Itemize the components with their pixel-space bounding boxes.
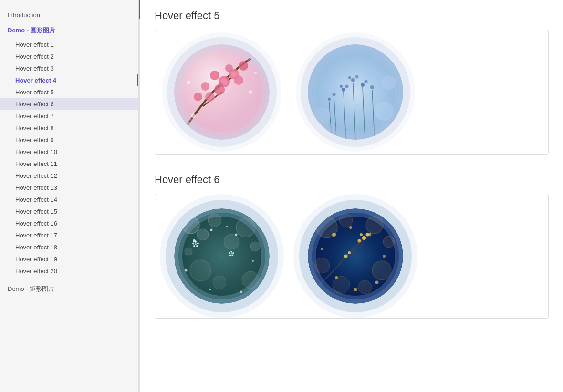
svg-point-100 [358,239,361,243]
svg-point-3 [221,78,228,85]
svg-point-8 [239,61,248,71]
svg-point-95 [354,288,357,291]
svg-point-63 [209,289,211,290]
svg-point-56 [213,276,226,289]
svg-point-48 [197,229,209,240]
svg-point-93 [375,281,379,284]
demo-box-effect5 [155,30,549,155]
svg-point-97 [362,236,366,240]
sidebar-group1[interactable]: Demo - 圆形图片 [0,22,138,39]
svg-point-59 [226,226,228,227]
svg-point-85 [372,261,391,280]
sidebar-item-effect15[interactable]: Hover effect 15 [0,206,138,217]
svg-point-39 [328,98,331,101]
sidebar-item-effect16[interactable]: Hover effect 16 [0,217,138,229]
svg-point-10 [225,64,233,72]
svg-point-37 [333,93,336,96]
sidebar-item-effect10[interactable]: Hover effect 10 [0,146,138,158]
svg-point-33 [355,75,359,79]
sidebar-item-effect20[interactable]: Hover effect 20 [0,265,138,277]
svg-point-76 [231,253,232,255]
svg-point-17 [254,72,257,74]
sidebar-item-effect19[interactable]: Hover effect 19 [0,253,138,265]
sidebar-item-effect5[interactable]: Hover effect 5 [0,86,138,98]
svg-point-54 [190,260,211,281]
svg-point-18 [187,81,190,84]
sidebar-group2[interactable]: Demo - 矩形图片 [0,281,138,297]
svg-point-96 [321,248,323,250]
svg-point-89 [332,233,336,237]
svg-point-102 [348,251,351,254]
sidebar-item-effect17[interactable]: Hover effect 17 [0,229,138,241]
circle-cherry-blossom[interactable] [174,44,270,140]
circle-blue-flowers[interactable] [308,44,403,140]
sidebar-item-effect2[interactable]: Hover effect 2 [0,51,138,62]
svg-point-36 [365,80,368,83]
sidebar-item-effect3[interactable]: Hover effect 3 [0,62,138,74]
svg-point-68 [193,245,195,247]
svg-point-16 [249,90,252,94]
demo-box-effect6 [155,194,549,319]
svg-point-29 [342,88,345,92]
svg-point-60 [235,234,238,236]
sidebar-item-effect11[interactable]: Hover effect 11 [0,158,138,170]
svg-point-92 [383,255,386,258]
sidebar-item-effect13[interactable]: Hover effect 13 [0,182,138,194]
svg-point-30 [345,85,349,88]
svg-point-12 [234,75,243,85]
svg-point-90 [349,226,352,229]
svg-point-15 [191,113,196,118]
svg-point-99 [360,233,363,236]
svg-point-32 [351,78,355,82]
sidebar-divider [138,0,140,392]
svg-point-5 [212,72,218,78]
svg-point-73 [232,254,234,256]
svg-point-101 [344,255,348,258]
svg-point-65 [195,241,197,243]
svg-point-75 [229,252,230,254]
svg-point-13 [194,93,202,101]
svg-point-51 [250,242,260,251]
active-marker [139,0,140,19]
sidebar-introduction[interactable]: Introduction [0,8,138,22]
sidebar-item-effect9[interactable]: Hover effect 9 [0,134,138,146]
sidebar: Introduction Demo - 圆形图片 Hover effect 1 … [0,0,138,392]
section1-title: Hover effect 5 [155,10,549,22]
sidebar-item-effect6[interactable]: Hover effect 6 [0,98,138,110]
svg-point-94 [335,276,338,279]
svg-point-53 [224,234,239,249]
svg-point-98 [366,233,369,237]
sidebar-item-effect8[interactable]: Hover effect 8 [0,122,138,134]
sidebar-item-effect14[interactable]: Hover effect 14 [0,194,138,206]
svg-point-31 [340,85,343,88]
svg-point-66 [197,242,199,244]
svg-point-35 [361,83,365,87]
svg-point-11 [214,84,225,95]
svg-point-38 [370,85,374,89]
svg-point-67 [196,245,198,247]
svg-point-69 [192,242,194,244]
svg-point-9 [201,82,209,91]
svg-point-14 [205,92,215,102]
section2-title: Hover effect 6 [155,174,549,186]
svg-point-88 [358,280,372,294]
svg-point-7 [231,71,237,77]
main-content: Hover effect 5 [140,0,563,392]
svg-point-70 [195,243,197,245]
svg-point-71 [230,251,232,253]
sidebar-item-effect4[interactable]: Hover effect 4 [0,74,138,86]
svg-point-58 [210,229,213,231]
svg-point-52 [185,248,192,255]
svg-point-61 [252,260,254,262]
circle-teal-bokeh[interactable] [174,208,270,304]
sidebar-item-effect1[interactable]: Hover effect 1 [0,39,138,51]
svg-point-74 [229,254,231,256]
svg-point-72 [232,252,234,254]
circle-darkblue-bokeh[interactable] [308,208,403,304]
svg-point-34 [348,76,351,79]
sidebar-item-effect7[interactable]: Hover effect 7 [0,110,138,122]
sidebar-item-effect18[interactable]: Hover effect 18 [0,241,138,253]
sidebar-item-effect12[interactable]: Hover effect 12 [0,170,138,182]
